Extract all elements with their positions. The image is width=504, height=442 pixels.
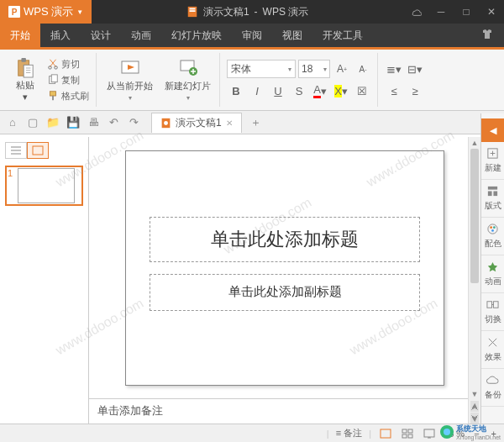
app-name: WPS 演示 (24, 4, 73, 19)
tab-dev[interactable]: 开发工具 (312, 24, 373, 47)
tab-start[interactable]: 开始 (0, 24, 40, 47)
thumbnail-panel: 1 (0, 137, 89, 424)
window-title: 演示文稿1 - WPS 演示 (92, 5, 403, 19)
print-icon[interactable]: 🖶 (84, 113, 102, 132)
scroll-up-icon[interactable]: ▲ (469, 137, 480, 149)
from-current-button[interactable]: 从当前开始▾ (102, 58, 158, 102)
maximize-button[interactable]: □ (454, 0, 479, 24)
side-colors[interactable]: 配色 (481, 218, 505, 255)
side-layout[interactable]: 版式 (481, 180, 505, 218)
svg-rect-28 (381, 429, 391, 438)
increase-indent-button[interactable]: ≥ (406, 82, 424, 100)
paragraph-group: ≣▾ ⊟▾ ≤ ≥ (380, 53, 429, 107)
svg-rect-19 (488, 187, 497, 190)
slide-thumbnail-1[interactable]: 1 (5, 166, 83, 206)
side-new[interactable]: 新建 (481, 142, 505, 180)
cloud-button[interactable] (403, 0, 428, 24)
window-controls: ─ □ ✕ (403, 0, 504, 24)
svg-rect-4 (21, 58, 26, 62)
close-button[interactable]: ✕ (479, 0, 504, 24)
slide-thumb-image (18, 168, 75, 203)
zoom-level[interactable]: 38 % (444, 429, 465, 439)
tab-slideshow[interactable]: 幻灯片放映 (161, 24, 232, 47)
format-painter-button[interactable]: 格式刷 (44, 89, 92, 103)
highlight-button[interactable]: X▾ (332, 82, 350, 100)
svg-point-24 (493, 226, 496, 229)
svg-rect-10 (50, 92, 56, 96)
shrink-font-button[interactable]: A- (354, 60, 372, 78)
slide-number: 1 (8, 168, 14, 203)
tab-review[interactable]: 审阅 (232, 24, 272, 47)
tab-view[interactable]: 视图 (272, 24, 312, 47)
next-slide-button[interactable]: ⮟ (470, 413, 479, 424)
home-icon[interactable]: ⌂ (3, 113, 22, 132)
copy-button[interactable]: 复制 (44, 73, 92, 87)
new-slide-button[interactable]: 新建幻灯片▾ (160, 58, 216, 102)
document-tab[interactable]: 演示文稿1 ✕ (151, 113, 242, 133)
grow-font-button[interactable]: A+ (333, 60, 351, 78)
title-bar: P WPS 演示 ▼ 演示文稿1 - WPS 演示 ─ □ ✕ (0, 0, 504, 24)
tab-animation[interactable]: 动画 (121, 24, 161, 47)
underline-button[interactable]: U (269, 82, 287, 100)
slide-group: 从当前开始▾ 新建幻灯片▾ (98, 53, 220, 107)
slideshow-view-button[interactable] (422, 427, 437, 440)
svg-rect-31 (402, 434, 407, 438)
workspace: 1 单击此处添加标题 单击此处添加副标题 单击添加备注 (0, 137, 480, 424)
italic-button[interactable]: I (248, 82, 266, 100)
sorter-view-button[interactable] (400, 427, 415, 440)
undo-icon[interactable]: ↶ (104, 113, 123, 132)
bullets-button[interactable]: ≣▾ (385, 60, 403, 78)
zoom-out-button[interactable]: − (471, 429, 481, 439)
slide-view-button[interactable] (27, 142, 49, 159)
shadow-button[interactable]: S (290, 82, 308, 100)
bold-button[interactable]: B (227, 82, 245, 100)
svg-rect-30 (408, 429, 412, 433)
tab-close-icon[interactable]: ✕ (226, 118, 233, 128)
prev-slide-button[interactable]: ⮝ (470, 401, 479, 412)
status-notes-button[interactable]: ≡ 备注 (336, 427, 362, 439)
svg-rect-29 (402, 429, 407, 433)
minimize-button[interactable]: ─ (428, 0, 454, 24)
outline-view-button[interactable] (5, 142, 27, 159)
tab-insert[interactable]: 插入 (40, 24, 81, 47)
font-size-select[interactable]: 18▾ (298, 60, 330, 78)
skin-icon[interactable] (470, 28, 504, 44)
vertical-scrollbar[interactable]: ▲ ▼ ⮝ ⮟ (468, 137, 480, 424)
app-badge[interactable]: P WPS 演示 ▼ (0, 0, 92, 24)
svg-rect-5 (24, 65, 33, 77)
menu-bar: 开始 插入 设计 动画 幻灯片放映 审阅 视图 开发工具 (0, 24, 504, 47)
document-tab-bar: ⌂ ▢ 📁 💾 🖶 ↶ ↷ 演示文稿1 ✕ ＋ (0, 111, 504, 134)
font-name-select[interactable]: 宋体▾ (227, 60, 296, 78)
side-backup[interactable]: 备份 (481, 369, 505, 407)
subtitle-placeholder[interactable]: 单击此处添加副标题 (150, 274, 420, 311)
scrollbar-thumb[interactable] (470, 149, 479, 283)
new-doc-icon[interactable]: ▢ (24, 113, 42, 132)
paste-button[interactable]: 粘贴▾ (8, 53, 42, 107)
clear-format-button[interactable]: ☒ (353, 82, 371, 100)
svg-rect-17 (33, 146, 43, 155)
side-collapse-button[interactable]: ◀ (481, 118, 505, 142)
font-color-button[interactable]: A▾ (311, 82, 329, 100)
decrease-indent-button[interactable]: ≤ (385, 82, 403, 100)
title-placeholder[interactable]: 单击此处添加标题 (150, 217, 420, 262)
doc-icon (186, 6, 198, 18)
add-tab-icon[interactable]: ＋ (247, 113, 265, 132)
normal-view-button[interactable] (378, 427, 393, 440)
open-icon[interactable]: 📁 (44, 113, 62, 132)
tab-design[interactable]: 设计 (81, 24, 121, 47)
slide-canvas[interactable]: 单击此处添加标题 单击此处添加副标题 (125, 150, 444, 386)
scroll-down-icon[interactable]: ▼ (469, 388, 480, 400)
side-transition[interactable]: 切换 (481, 293, 505, 331)
numbering-button[interactable]: ⊟▾ (406, 60, 424, 78)
notes-pane[interactable]: 单击添加备注 (89, 398, 480, 424)
svg-point-22 (488, 224, 497, 234)
side-panel: ◀ 新建 版式 配色 动画 切换 效果 备份 (480, 113, 504, 424)
side-effects[interactable]: 效果 (481, 331, 505, 369)
zoom-in-button[interactable]: + (489, 429, 499, 439)
save-icon[interactable]: 💾 (64, 113, 82, 132)
redo-icon[interactable]: ↷ (124, 113, 143, 132)
svg-point-16 (164, 121, 168, 125)
side-animation[interactable]: 动画 (481, 255, 505, 293)
cut-button[interactable]: 剪切 (44, 57, 92, 71)
presentation-file-icon (160, 118, 171, 129)
